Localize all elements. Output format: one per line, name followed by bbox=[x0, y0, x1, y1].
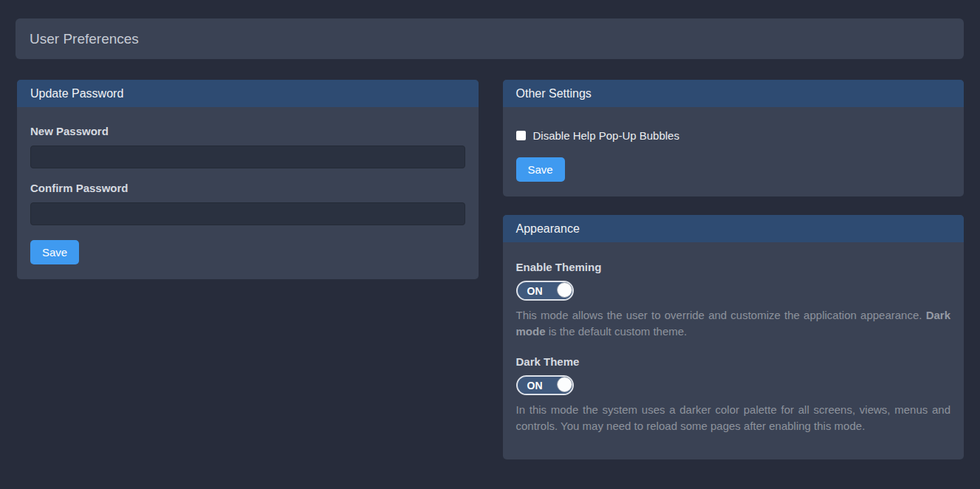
enable-theming-toggle[interactable]: ON bbox=[516, 281, 574, 301]
update-password-panel: Update Password New Password Confirm Pas… bbox=[17, 80, 479, 279]
toggle-knob[interactable] bbox=[557, 282, 572, 298]
appearance-panel-title: Appearance bbox=[516, 222, 580, 236]
enable-theming-description-text-1: This mode allows the user to override an… bbox=[516, 309, 926, 321]
appearance-panel: Appearance Enable Theming ON This mode a… bbox=[503, 215, 964, 459]
disable-help-checkbox-label[interactable]: Disable Help Pop-Up Bubbles bbox=[533, 129, 679, 142]
page-title: User Preferences bbox=[30, 31, 139, 47]
other-settings-panel-body: Disable Help Pop-Up Bubbles Save bbox=[503, 107, 964, 196]
enable-theming-label: Enable Theming bbox=[516, 261, 951, 273]
enable-theming-description: This mode allows the user to override an… bbox=[516, 307, 951, 340]
new-password-input[interactable] bbox=[30, 146, 465, 168]
other-settings-panel: Other Settings Disable Help Pop-Up Bubbl… bbox=[503, 80, 964, 196]
appearance-panel-header: Appearance bbox=[503, 215, 964, 242]
appearance-panel-body: Enable Theming ON This mode allows the u… bbox=[503, 242, 964, 459]
update-password-panel-title: Update Password bbox=[30, 87, 123, 100]
enable-theming-description-text-2: is the default custom theme. bbox=[546, 325, 688, 338]
other-settings-panel-header: Other Settings bbox=[503, 80, 964, 107]
confirm-password-label: Confirm Password bbox=[30, 182, 465, 194]
disable-help-checkbox-row: Disable Help Pop-Up Bubbles bbox=[516, 129, 951, 142]
toggle-knob[interactable] bbox=[557, 377, 572, 392]
right-column: Other Settings Disable Help Pop-Up Bubbl… bbox=[503, 80, 964, 459]
new-password-label: New Password bbox=[30, 125, 465, 137]
dark-theme-setting: Dark Theme ON In this mode the system us… bbox=[516, 355, 951, 434]
other-settings-save-button[interactable]: Save bbox=[516, 157, 565, 182]
content-columns: Update Password New Password Confirm Pas… bbox=[17, 80, 964, 459]
disable-help-checkbox[interactable] bbox=[516, 131, 526, 140]
user-preferences-page: User Preferences Update Password New Pas… bbox=[0, 18, 980, 459]
page-title-bar: User Preferences bbox=[16, 18, 964, 59]
dark-theme-toggle-state: ON bbox=[527, 380, 543, 391]
other-settings-panel-title: Other Settings bbox=[516, 87, 592, 100]
enable-theming-toggle-state: ON bbox=[527, 285, 543, 297]
dark-theme-label: Dark Theme bbox=[516, 355, 951, 368]
dark-theme-toggle[interactable]: ON bbox=[516, 375, 574, 395]
update-password-panel-header: Update Password bbox=[17, 80, 479, 107]
update-password-save-button[interactable]: Save bbox=[30, 240, 79, 264]
enable-theming-setting: Enable Theming ON This mode allows the u… bbox=[516, 261, 951, 340]
dark-theme-description: In this mode the system uses a darker co… bbox=[516, 402, 951, 434]
update-password-panel-body: New Password Confirm Password Save bbox=[17, 107, 479, 279]
left-column: Update Password New Password Confirm Pas… bbox=[17, 80, 479, 279]
confirm-password-input[interactable] bbox=[30, 202, 465, 225]
